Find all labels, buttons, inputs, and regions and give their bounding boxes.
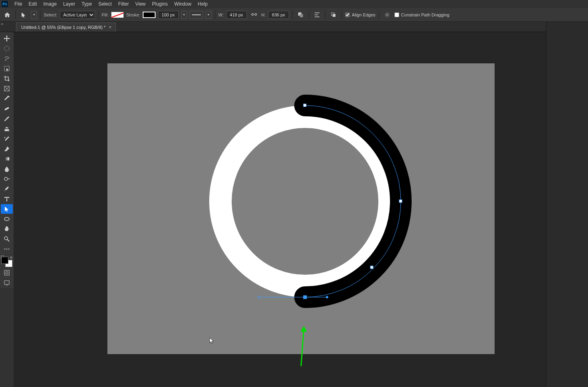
swap-colors-icon[interactable]: ⤭ [10, 255, 13, 259]
tool-quick-mask[interactable] [1, 268, 13, 278]
svg-rect-21 [399, 200, 402, 203]
path-arrangement-button[interactable] [329, 10, 338, 19]
menu-select[interactable]: Select [95, 0, 115, 8]
extra-options-button[interactable] [382, 10, 392, 19]
close-icon[interactable]: × [109, 24, 111, 30]
svg-rect-16 [4, 270, 9, 275]
svg-rect-9 [4, 157, 9, 160]
tool-clone-stamp[interactable] [1, 124, 13, 134]
svg-point-13 [4, 249, 6, 250]
fill-swatch[interactable] [111, 12, 124, 18]
tool-gradient[interactable] [1, 154, 13, 164]
svg-point-14 [6, 249, 8, 250]
tool-dodge[interactable] [1, 174, 13, 184]
svg-point-4 [386, 14, 388, 16]
select-label: Select: [44, 12, 57, 17]
tool-edit-toolbar[interactable] [1, 244, 13, 254]
menu-layer[interactable]: Layer [60, 0, 78, 8]
arrow-cursor-icon [21, 12, 26, 18]
menu-edit[interactable]: Edit [25, 0, 40, 8]
options-bar: ▾ Select: Active Layers Fill: Stroke: ▾ … [0, 8, 588, 22]
cursor-icon [209, 337, 215, 344]
menu-help[interactable]: Help [194, 0, 211, 8]
tool-brush[interactable] [1, 114, 13, 124]
width-input[interactable] [226, 11, 247, 19]
toolbox: ⤭ [0, 32, 14, 288]
height-label: H: [261, 12, 266, 17]
home-icon [4, 12, 10, 18]
tool-shape[interactable] [1, 214, 13, 224]
foreground-color[interactable] [1, 257, 8, 264]
align-edges-label: Align Edges [352, 12, 376, 17]
tool-path-selection[interactable] [1, 204, 13, 214]
menu-filter[interactable]: Filter [115, 0, 132, 8]
menu-window[interactable]: Window [171, 0, 195, 8]
svg-rect-20 [303, 104, 306, 107]
tool-type[interactable] [1, 194, 13, 204]
svg-rect-8 [4, 107, 9, 110]
stroke-swatch[interactable] [143, 12, 156, 18]
tool-crop[interactable] [1, 74, 13, 83]
link-wh-button[interactable] [249, 10, 259, 19]
tool-healing[interactable] [1, 104, 13, 113]
constrain-checkbox[interactable]: Constrain Path Dragging [394, 12, 449, 17]
svg-point-25 [326, 296, 328, 298]
document-tab[interactable]: Untitled-1 @ 55% (Ellipse 1 copy, RGB/8)… [16, 22, 116, 32]
path-alignment-button[interactable] [312, 10, 322, 19]
svg-rect-3 [333, 14, 335, 17]
tool-lasso[interactable] [1, 54, 13, 63]
align-edges-input[interactable] [345, 12, 350, 17]
svg-marker-27 [301, 326, 307, 332]
svg-rect-1 [300, 14, 303, 17]
shape-ellipse-black[interactable] [209, 105, 401, 297]
document-tab-title: Untitled-1 @ 55% (Ellipse 1 copy, RGB/8)… [21, 25, 105, 30]
stroke-label: Stroke: [126, 12, 140, 17]
menu-type[interactable]: Type [78, 0, 95, 8]
menu-view[interactable]: View [132, 0, 149, 8]
tool-pen[interactable] [1, 184, 13, 194]
color-wells[interactable]: ⤭ [1, 256, 12, 267]
svg-rect-22 [370, 266, 373, 269]
svg-point-5 [4, 46, 9, 51]
constrain-input[interactable] [394, 12, 399, 17]
svg-point-17 [6, 272, 8, 274]
svg-point-11 [4, 217, 9, 221]
tool-screen-mode[interactable] [1, 278, 13, 288]
fill-label: Fill: [102, 12, 109, 17]
tool-eyedropper[interactable] [1, 94, 13, 103]
stroke-width-dropdown[interactable]: ▾ [181, 11, 187, 19]
workspace [14, 32, 546, 387]
tool-blur[interactable] [1, 164, 13, 174]
svg-rect-18 [4, 281, 9, 284]
select-mode-dropdown[interactable]: Active Layers [60, 11, 95, 19]
tool-move[interactable] [1, 34, 13, 43]
svg-point-24 [258, 296, 260, 298]
stroke-style-toggle[interactable]: ▾ [206, 11, 212, 19]
stroke-style-dropdown[interactable] [190, 11, 203, 19]
tool-hand[interactable] [1, 224, 13, 234]
gear-icon [384, 12, 390, 18]
path-operations-button[interactable] [296, 10, 305, 19]
document-canvas[interactable] [107, 63, 495, 354]
align-icon [314, 12, 320, 18]
tool-history-brush[interactable] [1, 134, 13, 144]
tool-marquee[interactable] [1, 44, 13, 53]
height-input[interactable] [268, 11, 289, 19]
stroke-width-input[interactable] [158, 11, 179, 19]
path-ops-icon [297, 12, 304, 18]
width-label: W: [218, 12, 224, 17]
svg-line-26 [301, 328, 304, 366]
tool-object-selection[interactable] [1, 64, 13, 73]
tool-preset-dropdown[interactable]: ▾ [31, 11, 37, 19]
home-button[interactable] [2, 10, 12, 19]
right-panel-dock[interactable] [546, 22, 588, 387]
dock-collapse-icon[interactable]: ›› [1, 22, 4, 26]
tool-eraser[interactable] [1, 144, 13, 154]
tool-frame[interactable] [1, 84, 13, 93]
menu-file[interactable]: File [11, 0, 25, 8]
tool-preset-button[interactable] [19, 10, 28, 19]
menu-image[interactable]: Image [40, 0, 60, 8]
tool-zoom[interactable] [1, 234, 13, 244]
menu-plugins[interactable]: Plugins [149, 0, 171, 8]
align-edges-checkbox[interactable]: Align Edges [345, 12, 376, 17]
